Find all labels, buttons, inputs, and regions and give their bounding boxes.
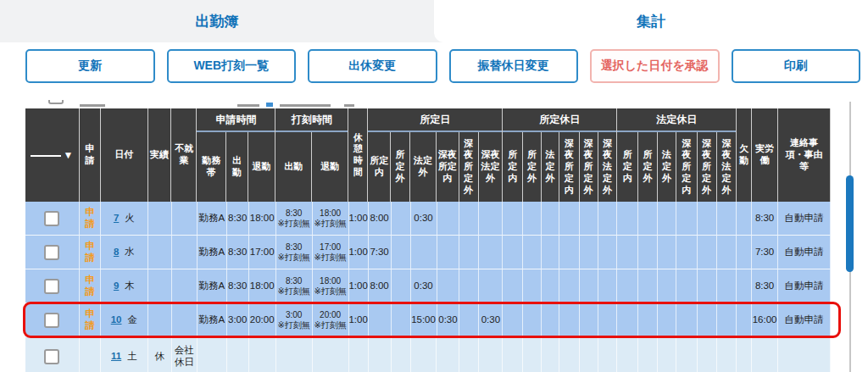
approve-selected-dates-button[interactable]: 選択した日付を承認 [590,49,720,83]
tab-summary-label: 集計 [637,12,665,31]
cell-jisseki-day-9 [148,269,172,303]
col-header-b1: 所 定 内 [503,132,523,202]
table-row-day-8: 申 請8水勤務A8:3017:008:30 ※打刻無17:00 ※打刻無1:00… [25,236,831,269]
tab-attendance-book[interactable]: 出勤簿 [0,0,434,42]
cell-s_out-day-9: 18:00 [249,269,276,303]
print-button[interactable]: 印刷 [732,49,861,83]
cell-a4-day-11 [437,337,459,372]
row-checkbox-day-7[interactable] [44,211,59,226]
cell-a6-day-9 [479,269,503,303]
date-link-day-11[interactable]: 11 [111,351,121,363]
cell-a2-day-10 [392,303,411,337]
row-checkbox-day-8[interactable] [44,245,59,260]
day-of-week-day-9: 木 [125,280,135,292]
cell-b6-day-8 [598,236,617,269]
cell-c4-day-10 [676,303,698,337]
cell-b4-day-10 [559,303,580,337]
clipped-row-remnant [25,100,831,108]
cell-b5-day-11 [580,337,598,372]
cell-a2-day-8 [392,236,411,269]
cell-a2-day-11 [392,337,411,372]
refresh-button[interactable]: 更新 [25,49,155,83]
col-header-d_in: 出勤 [275,132,312,202]
cell-shinsei-day-8: 申 請 [80,236,101,269]
col-group-label-shoteibi: 所定日 [368,108,502,132]
filter-underline [31,155,61,157]
date-link-day-9[interactable]: 9 [114,280,119,292]
col-header-c3: 法 定 外 [658,132,676,202]
cell-a3-day-8 [411,236,437,269]
date-link-day-8[interactable]: 8 [114,247,119,258]
cell-a1-day-9: 8:00 [369,269,392,303]
cell-a3-day-9: 0:30 [411,269,437,303]
col-header-a2: 所 定 外 [391,132,410,202]
cell-kintai-day-9: 勤務A [198,269,227,303]
cell-c6-day-7 [717,202,737,236]
cell-a1-day-10 [369,303,392,337]
col-header-shinsei: 申 請 [80,108,101,202]
cell-c5-day-7 [698,202,717,236]
cell-rest-day-7: 1:00 [349,202,369,236]
cell-b1-day-11 [503,337,523,372]
cell-date-day-11: 11土 [101,337,148,372]
table-header: ▼申 請日付実績不就 業申請時間勤務 帯出 勤退勤打刻時間出勤退勤休 憩 時 間… [25,108,831,202]
cell-jitsu-day-11 [752,337,778,372]
date-link-day-7[interactable]: 7 [114,213,119,225]
cell-a1-day-11 [369,337,392,372]
cell-fushugyo-day-7 [172,202,198,236]
col-header-c2: 所 定 外 [638,132,658,202]
col-header-jitsu: 実労 働 [752,108,778,202]
cell-jitsu-day-7: 8:30 [752,202,778,236]
cell-c3-day-10 [658,303,676,337]
vertical-scrollbar-thumb[interactable] [846,175,854,272]
cell-kintai-day-11 [198,337,227,372]
cell-a5-day-9 [459,269,479,303]
cell-a3-day-7: 0:30 [411,202,437,236]
col-header-fushugyo: 不就 業 [171,108,197,202]
cell-c3-day-7 [658,202,676,236]
day-of-week-day-8: 水 [125,247,135,258]
table-row-day-11: 11土休会社 休日 [25,337,831,372]
cell-c6-day-8 [717,236,737,269]
row-checkbox-day-11[interactable] [44,349,59,364]
cell-a6-day-10: 0:30 [479,303,503,337]
cell-c1-day-11 [617,337,638,372]
cell-c2-day-11 [638,337,658,372]
cell-sel-day-9 [25,269,80,303]
cell-c6-day-9 [717,269,737,303]
cell-jisseki-day-8 [148,236,172,269]
cell-a4-day-10: 0:30 [437,303,460,337]
cell-shinsei-day-7: 申 請 [80,202,101,236]
date-link-day-10[interactable]: 10 [111,314,122,326]
cell-kintai-day-7: 勤務A [198,202,227,236]
cell-jitsu-day-10: 16:00 [752,303,778,337]
cell-s_in-day-7: 8:30 [227,202,249,236]
cell-s_in-day-10: 3:00 [227,303,249,337]
cell-c6-day-10 [717,303,737,337]
cell-c6-day-11 [717,337,737,372]
cell-note-day-11 [778,337,831,372]
cell-date-day-9: 9木 [101,269,148,303]
substitute-holiday-change-button[interactable]: 振替休日変更 [449,49,579,83]
cell-a5-day-11 [459,337,479,372]
filter-dropdown-icon[interactable]: ▼ [31,150,73,160]
col-header-a5: 深 夜 所 定 外 [459,132,479,202]
col-header-c5: 深 夜 所 定 外 [698,132,717,202]
col-header-note: 連絡事 項・事由 等 [778,108,831,202]
cell-d_out-day-8: 17:00 ※打刻無 [313,236,349,269]
attendance-change-button[interactable]: 出休変更 [308,49,437,83]
triangle-down-icon: ▼ [63,150,73,160]
col-header-sel[interactable]: ▼ [25,108,80,202]
cell-b3-day-8 [542,236,559,269]
web-stamp-list-button[interactable]: WEB打刻一覧 [167,49,297,83]
cell-b3-day-7 [542,202,559,236]
cell-sel-day-10 [25,303,80,337]
cell-c1-day-8 [617,236,638,269]
cell-b3-day-11 [542,337,559,372]
cell-b1-day-9 [503,269,523,303]
tab-summary[interactable]: 集計 [434,0,868,42]
row-checkbox-day-10[interactable] [44,313,59,328]
row-checkbox-day-9[interactable] [44,279,59,294]
day-of-week-day-10: 金 [128,314,138,326]
cell-b6-day-9 [598,269,617,303]
